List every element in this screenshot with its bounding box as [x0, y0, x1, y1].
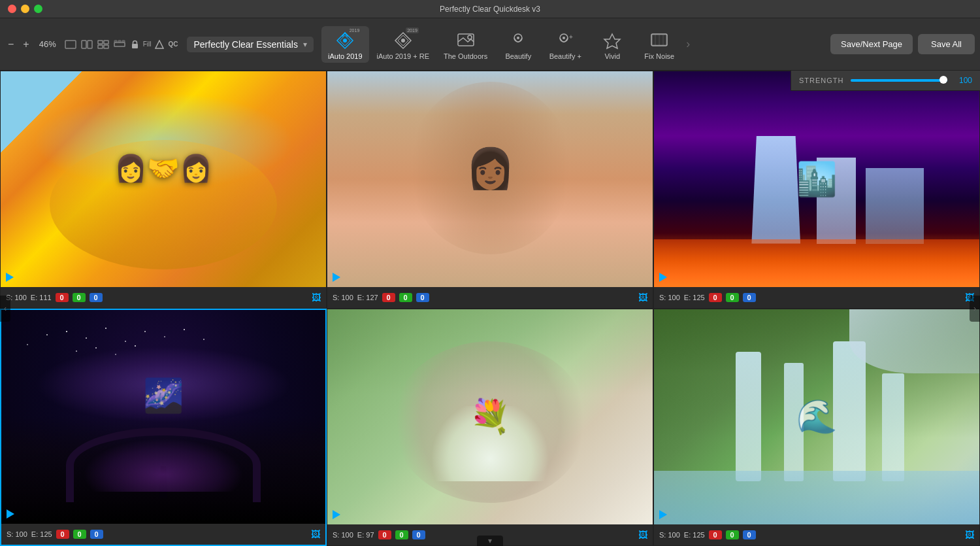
photo-s-label-nightsky: S: 100: [7, 530, 27, 538]
beautify-icon: [506, 29, 530, 52]
minimize-button[interactable]: [21, 5, 29, 13]
preset-tab-beautifyplus[interactable]: + Beautify +: [542, 26, 588, 63]
svg-rect-9: [118, 41, 121, 42]
save-next-button[interactable]: Save/Next Page: [830, 34, 913, 54]
preset-name: Perfectly Clear Essentials: [193, 39, 298, 50]
plus-button[interactable]: +: [20, 37, 31, 52]
svg-point-14: [401, 39, 405, 43]
svg-rect-2: [88, 41, 92, 48]
photo-cell-sunflower[interactable]: S: 100 E: 111 0 0 0 🖼: [0, 71, 327, 309]
preset-tab-iauto2019-label: iAuto 2019: [328, 52, 363, 60]
photo-info-icon-portrait[interactable]: 🖼: [638, 292, 647, 303]
photo-cell-portrait[interactable]: S: 100 E: 127 0 0 0 🖼: [327, 71, 653, 309]
photo-badge-g-wedding: 0: [395, 530, 408, 539]
photo-image-nightsky: [1, 310, 325, 524]
play-button-sunflower[interactable]: [6, 273, 18, 284]
play-button-portrait[interactable]: [333, 273, 344, 284]
photo-e-label-wedding: E: 97: [357, 531, 374, 539]
svg-point-13: [343, 39, 347, 43]
photo-badge-r-portrait: 0: [382, 293, 395, 302]
preset-tab-beautify-label: Beautify: [505, 52, 531, 60]
photo-badge-r-sunflower: 0: [56, 293, 69, 302]
toolbar-right: Save/Next Page Save All: [830, 34, 975, 54]
photo-info-icon-wedding[interactable]: 🖼: [638, 530, 647, 540]
play-button-waterfall[interactable]: [659, 510, 671, 522]
preset-tab-iauto2019[interactable]: 2019 iAuto 2019: [321, 26, 369, 63]
photo-info-icon-sunflower[interactable]: 🖼: [312, 292, 321, 303]
traffic-lights: [8, 5, 42, 13]
scroll-right-arrow[interactable]: ›: [970, 296, 980, 322]
close-button[interactable]: [8, 5, 16, 13]
photo-e-label-city: E: 125: [684, 294, 705, 301]
photo-badge-b-portrait: 0: [416, 293, 429, 302]
save-all-button[interactable]: Save All: [918, 34, 975, 54]
photo-cell-city[interactable]: S: 100 E: 125 0 0 0 🖼: [653, 71, 980, 309]
toolbar: − + 46% Fill: [0, 18, 980, 71]
preset-tab-iauto2019re[interactable]: 2019 iAuto 2019 + RE: [370, 26, 436, 63]
photo-badge-r-city: 0: [709, 293, 722, 302]
minus-button[interactable]: −: [5, 37, 16, 52]
zoom-level: 46%: [36, 39, 59, 49]
photo-badge-g-nightsky: 0: [73, 530, 86, 539]
scroll-bottom-arrow[interactable]: ▾: [477, 536, 503, 546]
preset-tab-fixnoise[interactable]: Fix Noise: [636, 26, 682, 63]
fill-tool[interactable]: Fill: [143, 41, 152, 48]
lock-tool[interactable]: [131, 40, 139, 49]
photo-cell-wedding[interactable]: S: 100 E: 97 0 0 0 🖼: [327, 309, 653, 547]
gradient-tool[interactable]: [155, 40, 164, 49]
strength-bar: STRENGTH 100: [791, 71, 980, 91]
qc-tool[interactable]: QC: [168, 41, 178, 48]
play-button-wedding[interactable]: [333, 510, 344, 522]
photo-badge-r-waterfall: 0: [709, 530, 722, 539]
strength-label: STRENGTH: [799, 77, 844, 84]
svg-rect-10: [122, 41, 125, 42]
photo-cell-waterfall[interactable]: S: 100 E: 125 0 0 0 🖼: [653, 309, 980, 547]
photo-info-bar-nightsky: S: 100 E: 125 0 0 0 🖼: [1, 524, 325, 545]
two-col-view-icon[interactable]: [80, 39, 94, 50]
grid-view-icon[interactable]: [96, 39, 110, 50]
svg-point-16: [468, 35, 472, 39]
preset-tab-vivid[interactable]: Vivid: [589, 26, 635, 63]
preset-tab-beautify[interactable]: Beautify: [495, 26, 541, 63]
main-content: ‹ › S: 100 E: 111 0 0 0 🖼: [0, 71, 980, 546]
maximize-button[interactable]: [34, 5, 42, 13]
photo-info-icon-nightsky[interactable]: 🖼: [311, 529, 320, 539]
svg-rect-11: [132, 44, 138, 48]
tabs-right-arrow[interactable]: ›: [683, 37, 693, 51]
svg-rect-1: [82, 41, 86, 48]
scroll-left-arrow[interactable]: ‹: [0, 296, 10, 322]
photo-image-waterfall: [654, 309, 979, 525]
strength-fill: [851, 79, 948, 82]
preset-tab-outdoors[interactable]: The Outdoors: [437, 26, 494, 63]
preset-selector[interactable]: Perfectly Clear Essentials ▾: [187, 37, 314, 52]
photo-image-city: [654, 71, 979, 287]
vivid-icon: [600, 29, 624, 52]
photo-s-label-portrait: S: 100: [333, 294, 353, 301]
play-button-nightsky[interactable]: [7, 509, 18, 521]
preset-tab-beautifyplus-label: Beautify +: [549, 52, 581, 60]
svg-rect-3: [98, 41, 103, 44]
photo-info-bar-city: S: 100 E: 125 0 0 0 🖼: [654, 287, 979, 308]
filmstrip-view-icon[interactable]: [112, 39, 127, 50]
photo-info-bar-portrait: S: 100 E: 127 0 0 0 🖼: [327, 287, 653, 308]
strength-slider[interactable]: [851, 79, 948, 82]
preset-tab-vivid-label: Vivid: [604, 52, 620, 60]
svg-marker-12: [155, 41, 163, 48]
photo-image-wedding: [327, 309, 653, 525]
photo-e-label-portrait: E: 127: [357, 294, 378, 301]
photo-image-sunflower: [1, 71, 326, 287]
photo-badge-g-waterfall: 0: [726, 530, 739, 539]
beautifyplus-icon: +: [553, 29, 577, 52]
photo-cell-nightsky[interactable]: S: 100 E: 125 0 0 0 🖼: [0, 309, 327, 547]
preset-tab-iauto2019re-label: iAuto 2019 + RE: [377, 52, 429, 60]
strength-thumb: [939, 76, 947, 84]
strength-value: 100: [954, 76, 972, 85]
play-button-city[interactable]: [659, 273, 671, 284]
iauto2019re-icon: 2019: [391, 29, 415, 52]
svg-text:+: +: [569, 33, 573, 41]
photo-badge-b-sunflower: 0: [90, 293, 103, 302]
title-bar: Perfectly Clear Quickdesk v3: [0, 0, 980, 18]
photo-badge-b-city: 0: [743, 293, 756, 302]
single-view-icon[interactable]: [63, 39, 78, 50]
photo-info-icon-waterfall[interactable]: 🖼: [965, 530, 974, 540]
